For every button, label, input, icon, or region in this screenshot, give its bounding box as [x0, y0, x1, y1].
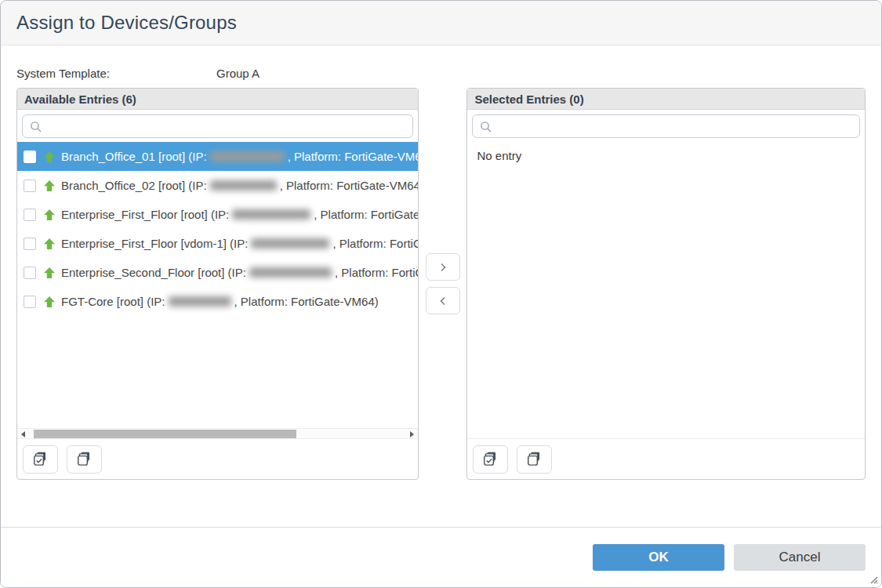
- entry-checkbox[interactable]: [24, 209, 36, 221]
- entry-text-prefix: FGT-Core [root] (IP:: [61, 295, 165, 308]
- available-entry-row[interactable]: Branch_Office_02 [root] (IP:, Platform: …: [17, 171, 418, 200]
- dialog-title: Assign to Devices/Groups: [16, 12, 237, 34]
- entry-text-prefix: Enterprise_First_Floor [root] (IP:: [61, 208, 229, 221]
- available-search-wrap: [17, 110, 418, 142]
- selected-deselect-all-button[interactable]: [517, 445, 552, 474]
- stacked-squares-icon: [76, 451, 93, 468]
- available-entries-header: Available Entries (6): [17, 89, 418, 110]
- entry-text-suffix: , Platform: FortiGate-VM64): [234, 295, 379, 308]
- entry-checkbox[interactable]: [24, 180, 36, 192]
- redacted-ip: [232, 209, 310, 220]
- move-left-button[interactable]: [426, 287, 460, 314]
- dialog-body: System Template: Group A Available Entri…: [1, 65, 881, 480]
- selected-search-wrap: [467, 110, 865, 142]
- entry-text-suffix: , Platform: FortiGate-VM64): [280, 179, 418, 192]
- entry-checkbox[interactable]: [24, 296, 36, 308]
- selected-entries-header: Selected Entries (0): [467, 89, 865, 110]
- available-entries-panel: Available Entries (6) Branch_Office_01 […: [16, 88, 419, 480]
- transfer-column: [419, 88, 467, 480]
- dual-list-panels: Available Entries (6) Branch_Office_01 […: [16, 88, 866, 480]
- available-entry-row[interactable]: FGT-Core [root] (IP:, Platform: FortiGat…: [17, 287, 418, 316]
- horizontal-scrollbar[interactable]: [17, 428, 418, 438]
- entry-text-suffix: , Platform: FortiGate-VM64): [288, 150, 418, 163]
- move-right-button[interactable]: [426, 253, 460, 281]
- available-deselect-all-button[interactable]: [67, 445, 102, 474]
- stacked-squares-icon: [526, 451, 543, 468]
- search-icon: [30, 121, 42, 133]
- available-entry-row[interactable]: Enterprise_First_Floor [root] (IP:, Plat…: [17, 200, 418, 229]
- available-entry-row[interactable]: Enterprise_First_Floor [vdom-1] (IP:, Pl…: [17, 229, 418, 258]
- entry-checkbox[interactable]: [24, 151, 36, 163]
- scrollbar-thumb[interactable]: [34, 430, 296, 438]
- ok-button[interactable]: OK: [593, 544, 724, 571]
- scroll-left-arrow-icon[interactable]: [17, 429, 29, 439]
- available-panel-actions: [17, 438, 418, 479]
- dialog-titlebar: Assign to Devices/Groups: [1, 1, 881, 45]
- redacted-ip: [210, 180, 277, 191]
- entry-text-suffix: , Platform: FortiGate-VM64): [335, 266, 418, 279]
- chevron-left-icon: [438, 296, 448, 306]
- available-search-input[interactable]: [23, 115, 412, 137]
- redacted-ip: [249, 267, 332, 278]
- entry-text-prefix: Branch_Office_01 [root] (IP:: [61, 150, 207, 163]
- stacked-squares-check-icon: [32, 451, 49, 468]
- available-select-all-button[interactable]: [23, 445, 58, 474]
- redacted-ip: [169, 296, 231, 307]
- selected-search-input[interactable]: [473, 115, 859, 137]
- entry-text-suffix: , Platform: FortiGate-VM64): [332, 237, 417, 250]
- entry-checkbox[interactable]: [24, 267, 36, 279]
- selected-entries-panel: Selected Entries (0) No entry: [466, 88, 866, 480]
- device-up-arrow-icon: [43, 296, 56, 308]
- redacted-ip: [251, 238, 329, 249]
- available-search-box: [22, 114, 413, 138]
- selected-entries-list: No entry: [467, 142, 865, 438]
- device-up-arrow-icon: [43, 209, 56, 221]
- system-template-row: System Template: Group A: [16, 65, 866, 81]
- no-entry-text: No entry: [467, 142, 865, 169]
- cancel-button[interactable]: Cancel: [734, 544, 866, 571]
- redacted-ip: [210, 151, 285, 162]
- entry-text-prefix: Branch_Office_02 [root] (IP:: [61, 179, 207, 192]
- entry-text-prefix: Enterprise_First_Floor [vdom-1] (IP:: [61, 237, 248, 250]
- selected-panel-actions: [467, 438, 865, 479]
- search-icon: [480, 121, 492, 133]
- system-template-label: System Template:: [16, 67, 216, 80]
- device-up-arrow-icon: [43, 267, 56, 279]
- selected-search-box: [472, 114, 860, 138]
- dialog-footer: OK Cancel: [1, 527, 881, 587]
- device-up-arrow-icon: [43, 151, 56, 163]
- resize-grip-icon[interactable]: [867, 573, 878, 584]
- entry-text-suffix: , Platform: FortiGate-VM64): [314, 208, 417, 221]
- device-up-arrow-icon: [43, 180, 56, 192]
- device-up-arrow-icon: [43, 238, 56, 250]
- available-entries-list: Branch_Office_01 [root] (IP:, Platform: …: [17, 142, 418, 428]
- stacked-squares-check-icon: [482, 451, 499, 468]
- selected-select-all-button[interactable]: [473, 445, 508, 474]
- entry-checkbox[interactable]: [24, 238, 36, 250]
- assign-devices-dialog: Assign to Devices/Groups System Template…: [0, 0, 882, 588]
- available-entry-row[interactable]: Enterprise_Second_Floor [root] (IP:, Pla…: [17, 258, 418, 287]
- system-template-value: Group A: [216, 67, 260, 80]
- available-entry-row[interactable]: Branch_Office_01 [root] (IP:, Platform: …: [17, 142, 418, 171]
- chevron-right-icon: [438, 263, 448, 272]
- scroll-right-arrow-icon[interactable]: [406, 429, 418, 439]
- entry-text-prefix: Enterprise_Second_Floor [root] (IP:: [61, 266, 246, 279]
